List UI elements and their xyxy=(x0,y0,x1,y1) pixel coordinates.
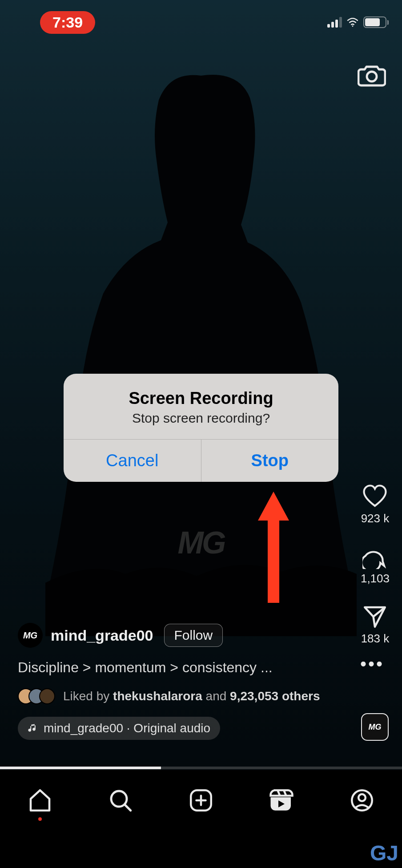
share-count: 183 k xyxy=(361,632,390,646)
likes-row[interactable]: Liked by thekushalarora and 9,23,053 oth… xyxy=(18,688,340,704)
likes-text: Liked by thekushalarora and 9,23,053 oth… xyxy=(63,689,320,703)
cellular-signal-icon xyxy=(327,17,342,28)
audio-pill[interactable]: mind_grade00 · Original audio xyxy=(18,717,220,740)
comment-button[interactable]: 1,103 xyxy=(361,544,390,585)
svg-point-1 xyxy=(367,72,377,81)
reels-screen: MG 7:39 68 xyxy=(0,0,402,868)
action-rail: 923 k 1,103 183 k xyxy=(361,484,390,646)
comment-count: 1,103 xyxy=(361,572,390,585)
arrow-annotation xyxy=(253,489,293,607)
bottom-nav xyxy=(0,770,402,868)
audio-thumbnail[interactable]: MG xyxy=(361,713,389,741)
video-progress[interactable] xyxy=(0,767,402,769)
user-row: MG mind_grade00 Follow xyxy=(18,623,340,648)
like-button[interactable]: 923 k xyxy=(361,484,390,525)
caption-text[interactable]: Discipline > momentum > consistency ... xyxy=(18,659,340,676)
share-button[interactable]: 183 k xyxy=(361,604,390,646)
nav-home[interactable] xyxy=(27,788,53,821)
svg-point-2 xyxy=(111,791,127,807)
cancel-button[interactable]: Cancel xyxy=(64,440,201,482)
camera-button[interactable] xyxy=(358,62,386,87)
battery-level: 68 xyxy=(370,18,379,27)
nav-reels[interactable] xyxy=(269,788,294,813)
status-bar: 7:39 68 xyxy=(0,0,402,44)
audio-label: mind_grade00 · Original audio xyxy=(44,721,210,735)
recording-time-pill[interactable]: 7:39 xyxy=(40,11,95,34)
gj-watermark: GJ xyxy=(370,841,398,865)
screen-recording-alert: Screen Recording Stop screen recording? … xyxy=(64,374,338,482)
svg-point-5 xyxy=(358,794,366,801)
liker-avatars xyxy=(18,688,55,704)
music-icon xyxy=(28,723,37,733)
stop-button[interactable]: Stop xyxy=(201,440,339,482)
username-label[interactable]: mind_grade00 xyxy=(51,627,153,644)
progress-fill xyxy=(0,767,161,769)
nav-home-indicator xyxy=(38,817,42,821)
nav-create[interactable] xyxy=(188,788,214,813)
alert-title: Screen Recording xyxy=(72,389,330,408)
reel-info: MG mind_grade00 Follow Discipline > mome… xyxy=(18,623,340,740)
like-count: 923 k xyxy=(361,512,390,525)
user-avatar[interactable]: MG xyxy=(18,623,43,648)
more-options-button[interactable]: ••• xyxy=(360,654,384,674)
follow-button[interactable]: Follow xyxy=(164,624,223,647)
alert-message: Stop screen recording? xyxy=(72,411,330,426)
svg-point-0 xyxy=(352,25,354,27)
nav-search[interactable] xyxy=(108,788,133,813)
battery-indicator: 68 xyxy=(363,16,389,28)
nav-profile[interactable] xyxy=(349,788,375,813)
status-icons: 68 xyxy=(327,16,389,28)
wifi-icon xyxy=(346,17,359,27)
